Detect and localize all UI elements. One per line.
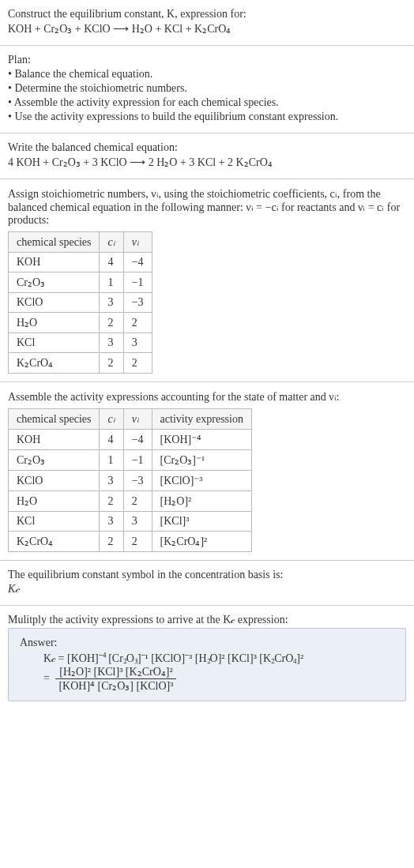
col-v: νᵢ <box>123 232 152 253</box>
species-cell: KOH <box>9 253 100 272</box>
activity-cell: [H₂O]² <box>152 491 251 512</box>
multiply-heading: Mulitply the activity expressions to arr… <box>8 614 406 626</box>
plan-bullet: • Determine the stoichiometric numbers. <box>8 82 406 95</box>
table-row: K₂CrO₄22 <box>9 353 152 374</box>
table-row: H₂O22 <box>9 313 152 333</box>
intro-line-1: Construct the equilibrium constant, K, e… <box>8 8 406 21</box>
plan-bullet: • Use the activity expressions to build … <box>8 111 406 123</box>
species-cell: KCl <box>9 512 100 532</box>
species-cell: Cr₂O₃ <box>9 450 100 471</box>
species-cell: Cr₂O₃ <box>9 272 100 293</box>
activity-cell: [KCl]³ <box>152 512 251 532</box>
plan-heading: Plan: <box>8 54 406 66</box>
table-row: H₂O22[H₂O]² <box>9 491 252 512</box>
species-cell: K₂CrO₄ <box>9 353 100 374</box>
species-cell: KOH <box>9 430 100 450</box>
v-cell: 2 <box>123 491 152 512</box>
equals-sign: = <box>43 672 50 684</box>
multiply-section: Mulitply the activity expressions to arr… <box>0 606 414 709</box>
v-cell: 3 <box>123 333 152 353</box>
symbol-text: The equilibrium constant symbol in the c… <box>8 569 406 581</box>
table-row: KOH4−4 <box>9 253 152 272</box>
v-cell: −1 <box>123 450 152 471</box>
c-cell: 3 <box>100 333 123 353</box>
c-cell: 2 <box>100 532 123 552</box>
table-row: KClO3−3[KClO]⁻³ <box>9 471 252 491</box>
assign-text: Assign stoichiometric numbers, νᵢ, using… <box>8 187 406 227</box>
activities-section: Assemble the activity expressions accoun… <box>0 382 414 561</box>
c-cell: 2 <box>100 491 123 512</box>
answer-label: Answer: <box>20 637 394 649</box>
col-species: chemical species <box>9 409 100 430</box>
plan-bullet: • Assemble the activity expression for e… <box>8 96 406 109</box>
activities-table: chemical species cᵢ νᵢ activity expressi… <box>8 408 252 552</box>
col-c: cᵢ <box>100 409 123 430</box>
activity-cell: [K₂CrO₄]² <box>152 532 251 552</box>
v-cell: 2 <box>123 313 152 333</box>
c-cell: 1 <box>100 272 123 293</box>
stoich-table: chemical species cᵢ νᵢ KOH4−4 Cr₂O₃1−1 K… <box>8 231 152 374</box>
table-row: KOH4−4[KOH]⁻⁴ <box>9 430 252 450</box>
table-row: K₂CrO₄22[K₂CrO₄]² <box>9 532 252 552</box>
assign-section: Assign stoichiometric numbers, νᵢ, using… <box>0 179 414 382</box>
c-cell: 3 <box>100 512 123 532</box>
balanced-equation: 4 KOH + Cr₂O₃ + 3 KClO ⟶ 2 H₂O + 3 KCl +… <box>8 156 406 169</box>
v-cell: −3 <box>123 293 152 313</box>
activity-cell: [KOH]⁻⁴ <box>152 430 251 450</box>
table-row: KCl33 <box>9 333 152 353</box>
species-cell: KClO <box>9 293 100 313</box>
table-row: KClO3−3 <box>9 293 152 313</box>
symbol-kc: K𝒸 <box>8 583 406 596</box>
activities-heading: Assemble the activity expressions accoun… <box>8 390 406 404</box>
species-cell: H₂O <box>9 491 100 512</box>
fraction: [H₂O]² [KCl]³ [K₂CrO₄]² [KOH]⁴ [Cr₂O₃] [… <box>55 665 176 693</box>
species-cell: KCl <box>9 333 100 353</box>
fraction-numerator: [H₂O]² [KCl]³ [K₂CrO₄]² <box>55 665 176 679</box>
activity-cell: [KClO]⁻³ <box>152 471 251 491</box>
symbol-section: The equilibrium constant symbol in the c… <box>0 561 414 606</box>
c-cell: 2 <box>100 313 123 333</box>
c-cell: 4 <box>100 430 123 450</box>
c-cell: 3 <box>100 471 123 491</box>
c-cell: 3 <box>100 293 123 313</box>
table-row: Cr₂O₃1−1[Cr₂O₃]⁻¹ <box>9 450 252 471</box>
v-cell: 3 <box>123 512 152 532</box>
table-header-row: chemical species cᵢ νᵢ <box>9 232 152 253</box>
answer-box: Answer: K𝒸 = [KOH]⁻⁴ [Cr₂O₃]⁻¹ [KClO]⁻³ … <box>8 628 406 701</box>
species-cell: KClO <box>9 471 100 491</box>
answer-line-1: K𝒸 = [KOH]⁻⁴ [Cr₂O₃]⁻¹ [KClO]⁻³ [H₂O]² [… <box>43 652 394 665</box>
col-v: νᵢ <box>123 409 152 430</box>
v-cell: −4 <box>123 253 152 272</box>
v-cell: −1 <box>123 272 152 293</box>
fraction-denominator: [KOH]⁴ [Cr₂O₃] [KClO]³ <box>55 679 176 693</box>
c-cell: 4 <box>100 253 123 272</box>
balanced-section: Write the balanced chemical equation: 4 … <box>0 133 414 179</box>
v-cell: 2 <box>123 353 152 374</box>
activity-cell: [Cr₂O₃]⁻¹ <box>152 450 251 471</box>
col-species: chemical species <box>9 232 100 253</box>
table-row: Cr₂O₃1−1 <box>9 272 152 293</box>
species-cell: H₂O <box>9 313 100 333</box>
col-c: cᵢ <box>100 232 123 253</box>
c-cell: 1 <box>100 450 123 471</box>
intro-section: Construct the equilibrium constant, K, e… <box>0 0 414 46</box>
c-cell: 2 <box>100 353 123 374</box>
table-header-row: chemical species cᵢ νᵢ activity expressi… <box>9 409 252 430</box>
v-cell: −3 <box>123 471 152 491</box>
plan-bullet: • Balance the chemical equation. <box>8 68 406 81</box>
intro-equation: KOH + Cr₂O₃ + KClO ⟶ H₂O + KCl + K₂CrO₄ <box>8 22 406 36</box>
balanced-heading: Write the balanced chemical equation: <box>8 141 406 154</box>
col-activity: activity expression <box>152 409 251 430</box>
species-cell: K₂CrO₄ <box>9 532 100 552</box>
v-cell: −4 <box>123 430 152 450</box>
table-row: KCl33[KCl]³ <box>9 512 252 532</box>
plan-section: Plan: • Balance the chemical equation. •… <box>0 46 414 133</box>
v-cell: 2 <box>123 532 152 552</box>
answer-fraction-line: = [H₂O]² [KCl]³ [K₂CrO₄]² [KOH]⁴ [Cr₂O₃]… <box>43 665 394 693</box>
